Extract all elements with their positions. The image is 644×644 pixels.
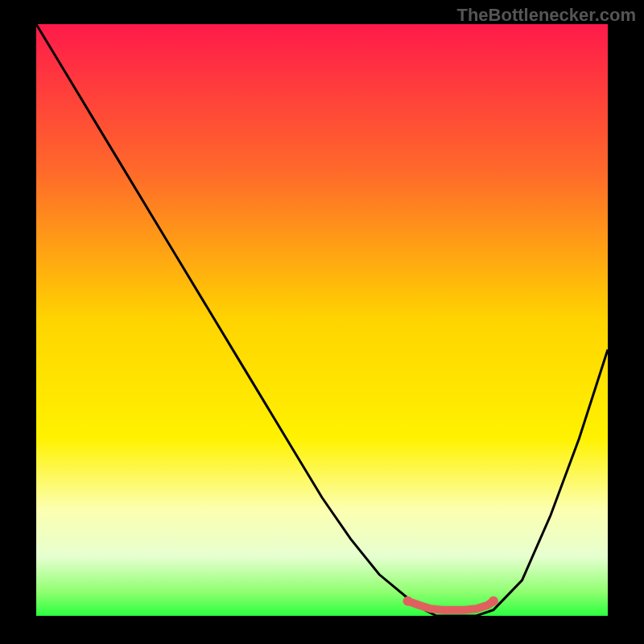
svg-point-1 (489, 597, 498, 606)
chart-svg (0, 0, 644, 644)
svg-point-0 (403, 597, 413, 606)
watermark-text: TheBottlenecker.com (456, 5, 636, 26)
plot-background (36, 24, 608, 616)
